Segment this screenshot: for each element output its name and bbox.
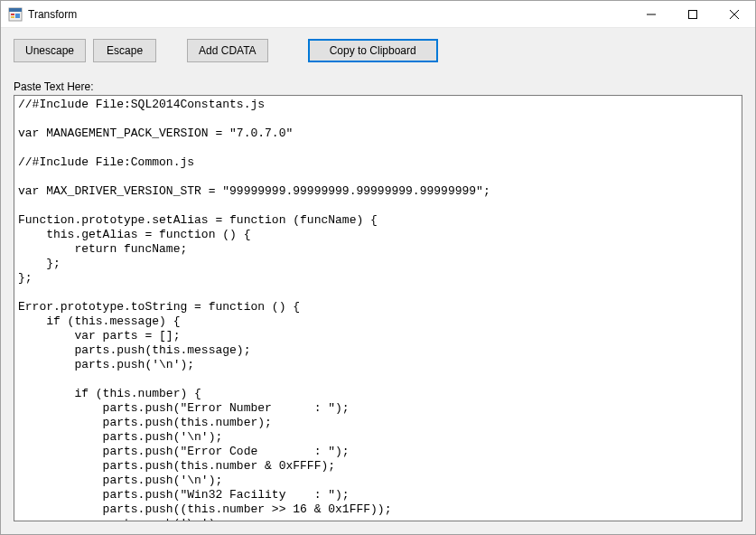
svg-rect-6 <box>689 10 697 18</box>
paste-label: Paste Text Here: <box>14 80 742 93</box>
toolbar: Unescape Escape Add CDATA Copy to Clipbo… <box>14 39 742 62</box>
app-icon <box>8 7 23 22</box>
window-controls <box>630 1 755 27</box>
copy-to-clipboard-button[interactable]: Copy to Clipboard <box>308 39 438 62</box>
svg-rect-4 <box>15 14 20 18</box>
text-input[interactable] <box>14 96 742 521</box>
svg-rect-3 <box>11 16 14 18</box>
window-title: Transform <box>28 8 77 21</box>
escape-button[interactable]: Escape <box>93 39 156 62</box>
title-bar[interactable]: Transform <box>1 1 755 28</box>
unescape-button[interactable]: Unescape <box>14 39 86 62</box>
close-button[interactable] <box>714 1 755 27</box>
text-editor-frame <box>14 95 742 521</box>
minimize-button[interactable] <box>630 1 672 27</box>
maximize-button[interactable] <box>672 1 714 27</box>
client-area: Unescape Escape Add CDATA Copy to Clipbo… <box>1 28 755 534</box>
svg-rect-2 <box>11 14 14 15</box>
app-window: Transform Unescape Escape Add CDATA Copy… <box>0 0 756 535</box>
add-cdata-button[interactable]: Add CDATA <box>187 39 268 62</box>
svg-rect-1 <box>9 8 22 12</box>
